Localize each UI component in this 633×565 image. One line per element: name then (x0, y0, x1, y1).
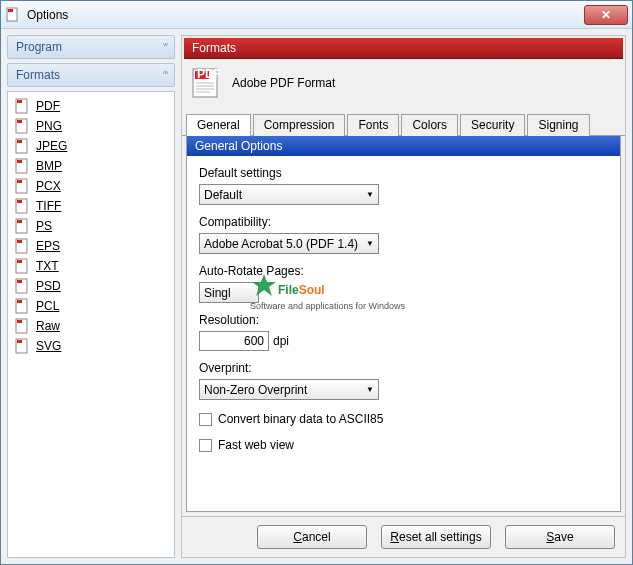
svg-rect-15 (17, 220, 22, 223)
save-button[interactable]: Save (505, 525, 615, 549)
reset-button[interactable]: Reset all settings (381, 525, 491, 549)
formats-panel-header[interactable]: Formats ˄˄ (7, 63, 175, 87)
select-value: Singl (204, 286, 231, 300)
overprint-select[interactable]: Non-Zero Overprint ▼ (199, 379, 379, 400)
file-icon (14, 298, 30, 314)
sidebar-item-pdf[interactable]: PDF (14, 96, 168, 116)
pdf-icon: PDF (190, 67, 222, 99)
main-panel: Formats PDF Adobe PDF Format General Com… (181, 35, 626, 558)
formats-label: Formats (16, 68, 60, 82)
svg-rect-1 (8, 9, 13, 12)
default-settings-label: Default settings (199, 166, 608, 180)
file-icon (14, 318, 30, 334)
ascii85-row[interactable]: Convert binary data to ASCII85 (199, 412, 608, 426)
tab-security[interactable]: Security (460, 114, 525, 136)
sidebar: Program ˅˅ Formats ˄˄ PDF PNG JPEG BMP P… (7, 35, 175, 558)
file-icon (14, 118, 30, 134)
item-label: BMP (36, 159, 62, 173)
select-value: Default (204, 188, 242, 202)
svg-rect-17 (17, 240, 22, 243)
button-row: Cancel Reset all settings Save (182, 516, 625, 557)
svg-rect-27 (17, 340, 22, 343)
svg-rect-3 (17, 100, 22, 103)
chevron-down-icon: ▼ (366, 385, 374, 394)
formats-list: PDF PNG JPEG BMP PCX TIFF PS EPS TXT PSD… (7, 91, 175, 558)
program-label: Program (16, 40, 62, 54)
cancel-button[interactable]: Cancel (257, 525, 367, 549)
item-label: PCL (36, 299, 59, 313)
options-window: Options ✕ Program ˅˅ Formats ˄˄ PDF PNG … (0, 0, 633, 565)
tab-compression[interactable]: Compression (253, 114, 346, 136)
svg-rect-21 (17, 280, 22, 283)
chevron-up-icon: ˄˄ (162, 70, 166, 81)
select-value: Non-Zero Overprint (204, 383, 307, 397)
svg-rect-19 (17, 260, 22, 263)
sidebar-item-txt[interactable]: TXT (14, 256, 168, 276)
window-body: Program ˅˅ Formats ˄˄ PDF PNG JPEG BMP P… (1, 29, 632, 564)
compatibility-label: Compatibility: (199, 215, 608, 229)
svg-rect-7 (17, 140, 22, 143)
overprint-label: Overprint: (199, 361, 608, 375)
item-label: PSD (36, 279, 61, 293)
sidebar-item-psd[interactable]: PSD (14, 276, 168, 296)
tabs: General Compression Fonts Colors Securit… (182, 113, 625, 136)
file-icon (14, 238, 30, 254)
chevron-down-icon: ˅˅ (162, 42, 166, 53)
file-icon (14, 158, 30, 174)
item-label: Raw (36, 319, 60, 333)
sidebar-item-tiff[interactable]: TIFF (14, 196, 168, 216)
window-title: Options (27, 8, 584, 22)
resolution-input[interactable] (199, 331, 269, 351)
tab-colors[interactable]: Colors (401, 114, 458, 136)
file-icon (14, 218, 30, 234)
format-name: Adobe PDF Format (232, 76, 335, 90)
sidebar-item-pcl[interactable]: PCL (14, 296, 168, 316)
svg-rect-11 (17, 180, 22, 183)
resolution-label: Resolution: (199, 313, 608, 327)
close-button[interactable]: ✕ (584, 5, 628, 25)
fastweb-label: Fast web view (218, 438, 294, 452)
fastweb-row[interactable]: Fast web view (199, 438, 608, 452)
program-panel-header[interactable]: Program ˅˅ (7, 35, 175, 59)
default-settings-select[interactable]: Default ▼ (199, 184, 379, 205)
item-label: PDF (36, 99, 60, 113)
tab-general[interactable]: General (186, 114, 251, 136)
sidebar-item-pcx[interactable]: PCX (14, 176, 168, 196)
file-icon (14, 178, 30, 194)
svg-rect-9 (17, 160, 22, 163)
sidebar-item-ps[interactable]: PS (14, 216, 168, 236)
svg-rect-13 (17, 200, 22, 203)
tab-content: General Options Default settings Default… (186, 136, 621, 512)
app-icon (5, 7, 21, 23)
resolution-row: dpi (199, 331, 608, 351)
form-area: Default settings Default ▼ Compatibility… (187, 156, 620, 462)
file-icon (14, 138, 30, 154)
format-info: PDF Adobe PDF Format (182, 59, 625, 107)
autorotate-select[interactable]: Singl (199, 282, 259, 303)
compatibility-select[interactable]: Adobe Acrobat 5.0 (PDF 1.4) ▼ (199, 233, 379, 254)
item-label: SVG (36, 339, 61, 353)
item-label: JPEG (36, 139, 67, 153)
item-label: PCX (36, 179, 61, 193)
svg-rect-25 (17, 320, 22, 323)
ascii85-label: Convert binary data to ASCII85 (218, 412, 383, 426)
tab-fonts[interactable]: Fonts (347, 114, 399, 136)
sidebar-item-png[interactable]: PNG (14, 116, 168, 136)
autorotate-label: Auto-Rotate Pages: (199, 264, 608, 278)
sidebar-item-svg[interactable]: SVG (14, 336, 168, 356)
sidebar-item-eps[interactable]: EPS (14, 236, 168, 256)
svg-rect-5 (17, 120, 22, 123)
file-icon (14, 338, 30, 354)
sidebar-item-jpeg[interactable]: JPEG (14, 136, 168, 156)
checkbox-icon (199, 439, 212, 452)
sidebar-item-raw[interactable]: Raw (14, 316, 168, 336)
sidebar-item-bmp[interactable]: BMP (14, 156, 168, 176)
resolution-unit: dpi (273, 334, 289, 348)
file-icon (14, 98, 30, 114)
titlebar: Options ✕ (1, 1, 632, 29)
file-icon (14, 198, 30, 214)
select-value: Adobe Acrobat 5.0 (PDF 1.4) (204, 237, 358, 251)
formats-header: Formats (184, 38, 623, 59)
tab-signing[interactable]: Signing (527, 114, 589, 136)
item-label: EPS (36, 239, 60, 253)
